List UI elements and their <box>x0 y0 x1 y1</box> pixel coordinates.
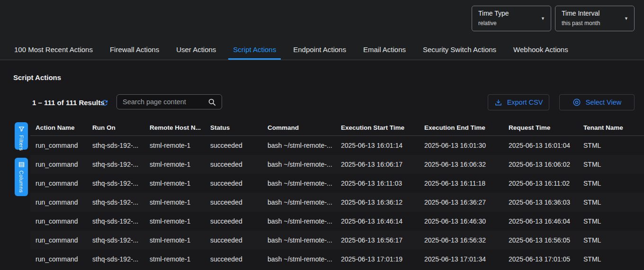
table-cell: run_command <box>30 161 87 168</box>
table-cell: 2025-06-13 16:46:30 <box>419 217 503 225</box>
time-interval-dropdown[interactable]: Time Interval this past month ▼ <box>555 6 635 31</box>
columns-icon <box>18 161 25 168</box>
column-header: Run On <box>87 124 144 131</box>
table-cell: bash ~/stml-remote-... <box>262 142 336 149</box>
table-cell: bash ~/stml-remote-... <box>262 180 336 187</box>
table-cell: 2025-06-13 16:06:17 <box>336 161 419 168</box>
table-row[interactable]: run_commandsthq-sds-192-...stml-remote-1… <box>30 136 644 155</box>
table-cell: run_command <box>30 198 87 206</box>
table-cell: stml-remote-1 <box>144 180 205 187</box>
table-cell: succeeded <box>205 180 262 187</box>
table-cell: run_command <box>30 236 87 244</box>
table-cell: bash ~/stml-remote-... <box>262 161 336 168</box>
eye-icon <box>572 98 581 107</box>
table-cell: STML <box>578 180 644 187</box>
table-cell: succeeded <box>205 142 262 149</box>
column-header: Action Name <box>30 124 87 131</box>
export-csv-button[interactable]: Export CSV <box>488 94 549 110</box>
table-cell: bash ~/stml-remote-... <box>262 217 336 225</box>
table-cell: bash ~/stml-remote-... <box>262 255 336 263</box>
table-cell: sthq-sds-192-... <box>87 236 144 244</box>
tab-webhook-actions[interactable]: Webhook Actions <box>509 41 573 60</box>
refresh-button[interactable] <box>99 98 110 108</box>
table-cell: stml-remote-1 <box>144 255 205 263</box>
table-cell: 2025-06-13 16:56:32 <box>419 236 503 244</box>
table-row[interactable]: run_commandsthq-sds-192-...stml-remote-1… <box>30 231 644 250</box>
table-cell: 2025-06-13 16:01:04 <box>503 142 578 149</box>
content-area: Script Actions 1 – 111 of 111 Results Ex… <box>0 60 644 270</box>
table-cell: stml-remote-1 <box>144 217 205 225</box>
actions-table: Action NameRun OnRemote Host N...StatusC… <box>30 119 644 269</box>
table-row[interactable]: run_commandsthq-sds-192-...stml-remote-1… <box>30 212 644 231</box>
tab-email-actions[interactable]: Email Actions <box>358 41 411 60</box>
column-header: Execution Start Time <box>336 124 419 131</box>
columns-button[interactable]: Columns <box>15 158 28 196</box>
table-cell: STML <box>578 236 644 244</box>
table-cell: sthq-sds-192-... <box>87 198 144 206</box>
filter-icon <box>18 126 25 133</box>
table-cell: run_command <box>30 255 87 263</box>
table-cell: 2025-06-13 17:01:34 <box>419 255 503 263</box>
table-cell: 2025-06-13 17:01:05 <box>503 255 578 263</box>
table-cell: 2025-06-13 16:11:03 <box>336 180 419 187</box>
time-type-label: Time Type <box>478 9 509 17</box>
tab-script-actions[interactable]: Script Actions <box>228 41 281 60</box>
column-header: Tenant Name <box>578 124 644 131</box>
table-cell: succeeded <box>205 255 262 263</box>
time-interval-label: Time Interval <box>562 9 599 17</box>
time-interval-value: this past month <box>562 20 600 27</box>
table-cell: stml-remote-1 <box>144 198 205 206</box>
table-header-row: Action NameRun OnRemote Host N...StatusC… <box>30 119 644 136</box>
filters-button[interactable]: Filters <box>15 122 28 150</box>
chevron-down-icon: ▼ <box>624 16 628 21</box>
time-type-dropdown[interactable]: Time Type relative ▼ <box>472 6 551 31</box>
column-header: Request Time <box>503 124 578 131</box>
results-count: 1 – 111 of 111 Results <box>32 99 105 107</box>
table-cell: 2025-06-13 16:56:05 <box>503 236 578 244</box>
tab-endpoint-actions[interactable]: Endpoint Actions <box>288 41 351 60</box>
app-root: Time Type relative ▼ Time Interval this … <box>0 0 644 270</box>
table-row[interactable]: run_commandsthq-sds-192-...stml-remote-1… <box>30 193 644 212</box>
search-box <box>116 94 222 109</box>
table-cell: succeeded <box>205 161 262 168</box>
time-type-value: relative <box>478 20 497 27</box>
columns-label: Columns <box>18 171 24 193</box>
table-cell: STML <box>578 198 644 206</box>
chevron-down-icon: ▼ <box>541 16 545 21</box>
table-cell: 2025-06-13 16:46:14 <box>336 217 419 225</box>
table-cell: 2025-06-13 16:56:17 <box>336 236 419 244</box>
table-cell: 2025-06-13 16:36:03 <box>503 198 578 206</box>
tab-100-most-recent-actions[interactable]: 100 Most Recent Actions <box>9 41 98 60</box>
table-row[interactable]: run_commandsthq-sds-192-...stml-remote-1… <box>30 174 644 193</box>
tab-firewall-actions[interactable]: Firewall Actions <box>105 41 164 60</box>
table-cell: sthq-sds-192-... <box>87 142 144 149</box>
select-view-label: Select View <box>586 99 622 106</box>
column-header: Remote Host N... <box>144 124 205 131</box>
table-cell: 2025-06-13 16:06:02 <box>503 161 578 168</box>
table-cell: succeeded <box>205 236 262 244</box>
table-cell: STML <box>578 255 644 263</box>
table-cell: sthq-sds-192-... <box>87 217 144 225</box>
tab-security-switch-actions[interactable]: Security Switch Actions <box>418 41 501 60</box>
select-view-button[interactable]: Select View <box>559 94 635 110</box>
export-csv-label: Export CSV <box>507 99 543 106</box>
table-cell: STML <box>578 161 644 168</box>
tab-bar: 100 Most Recent ActionsFirewall ActionsU… <box>0 41 644 60</box>
tab-user-actions[interactable]: User Actions <box>171 41 221 60</box>
table-cell: STML <box>578 142 644 149</box>
table-cell: 2025-06-13 16:11:18 <box>419 180 503 187</box>
table-cell: bash ~/stml-remote-... <box>262 236 336 244</box>
column-header: Command <box>262 124 336 131</box>
table-cell: 2025-06-13 16:01:30 <box>419 142 503 149</box>
table-cell: 2025-06-13 17:01:19 <box>336 255 419 263</box>
table-cell: 2025-06-13 16:46:04 <box>503 217 578 225</box>
table-row[interactable]: run_commandsthq-sds-192-...stml-remote-1… <box>30 250 644 269</box>
table-cell: run_command <box>30 217 87 225</box>
search-icon <box>207 98 216 107</box>
table-cell: run_command <box>30 142 87 149</box>
table-cell: bash ~/stml-remote-... <box>262 198 336 206</box>
table-cell: succeeded <box>205 198 262 206</box>
table-row[interactable]: run_commandsthq-sds-192-...stml-remote-1… <box>30 155 644 174</box>
table-cell: sthq-sds-192-... <box>87 161 144 168</box>
search-input[interactable] <box>117 95 207 109</box>
